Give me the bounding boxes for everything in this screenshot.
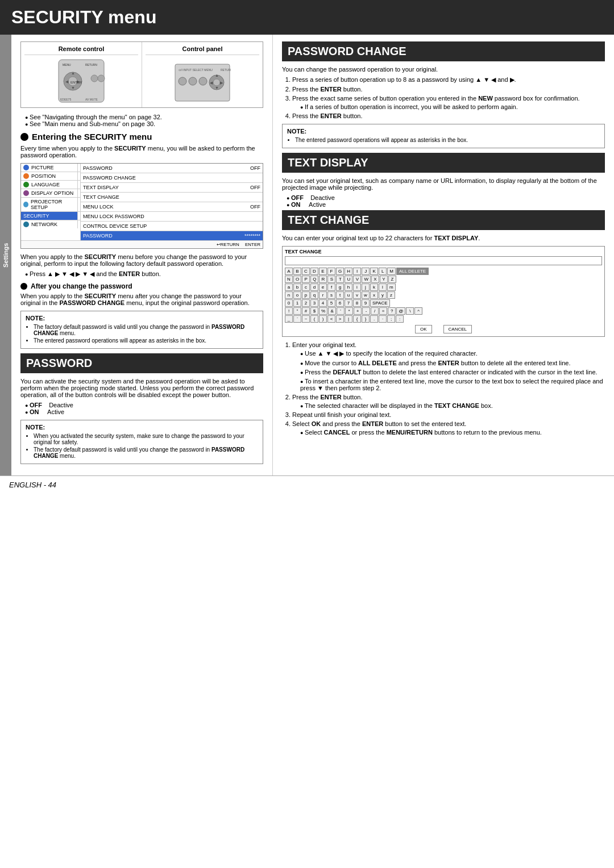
key-0[interactable]: 0 [285,299,293,307]
remote-graphic: MENU RETURN ▲ ▼ ◀ ▶ ENTER EDEE75 [24,59,138,104]
menu-right-password: PASSWORDOFF [81,164,263,173]
key-I[interactable]: I [353,268,361,275]
key-z[interactable]: z [387,291,395,299]
menu-diagram: PICTURE POSITION LANGUAGE DISPLAY OPTION… [20,163,263,249]
password-options: OFF Deactive ON Active [20,402,263,415]
key-b[interactable]: b [293,283,301,291]
key-M[interactable]: M [387,268,396,275]
key-h[interactable]: h [345,283,352,291]
key-3[interactable]: 3 [310,299,318,307]
text-change-header: TEXT CHANGE [282,210,605,230]
key-f[interactable]: f [327,283,335,291]
note-box-1: NOTE: The factory default password is va… [20,311,263,349]
key-X[interactable]: X [371,276,379,283]
key-U[interactable]: U [345,276,352,283]
key-V[interactable]: V [353,276,361,283]
key-H[interactable]: H [345,268,352,275]
key-r[interactable]: r [319,291,327,299]
key-all-delete[interactable]: ALL DELETE [396,268,429,275]
key-p[interactable]: p [302,291,310,299]
key-n[interactable]: n [285,291,293,299]
key-space[interactable]: SPACE [370,299,390,307]
remote-notes: See "Navigating through the menu" on pag… [20,114,263,127]
key-Z[interactable]: Z [388,276,396,283]
menu-row-language: LANGUAGE [21,181,80,189]
key-s[interactable]: s [327,291,335,299]
key-B[interactable]: B [293,268,301,275]
pc-intro: You can change the password operation to… [282,66,605,73]
menu-right-menulock: MENU LOCKOFF [81,202,263,212]
key-C[interactable]: C [302,268,310,275]
svg-text:▲: ▲ [71,71,75,75]
key-R[interactable]: R [319,276,327,283]
key-G[interactable]: G [336,268,344,275]
key-y[interactable]: y [379,291,387,299]
key-c[interactable]: c [302,283,310,291]
menu-row-projector: PROJECTOR SETUP [21,198,80,212]
tc-steps: Enter your original text. Use ▲ ▼ ◀ ▶ to… [282,341,605,436]
td-body: You can set your original text, such as … [282,177,605,191]
key-Y[interactable]: Y [380,276,388,283]
menu-right-pw-highlight: PASSWORD******** [81,231,263,240]
key-g[interactable]: g [336,283,344,291]
svg-point-12 [91,75,98,82]
key-S[interactable]: S [327,276,335,283]
key-O[interactable]: O [293,276,301,283]
key-t[interactable]: t [336,291,344,299]
key-v[interactable]: v [353,291,361,299]
keyboard-row-7: _ ` ~ ( ) < > | { } . · ; : [285,315,602,323]
key-7[interactable]: 7 [345,299,352,307]
key-6[interactable]: 6 [336,299,344,307]
key-4[interactable]: 4 [319,299,327,307]
key-o[interactable]: o [293,291,301,299]
key-d[interactable]: d [310,283,318,291]
svg-text:AV MUTE: AV MUTE [85,98,98,101]
svg-text:EDEE75: EDEE75 [60,98,71,101]
key-1[interactable]: 1 [293,299,301,307]
key-2[interactable]: 2 [302,299,310,307]
key-F[interactable]: F [327,268,335,275]
keyboard-box: TEXT CHANGE A B C D E F G H I J K L M AL… [282,246,605,337]
keyboard-cancel-button[interactable]: CANCEL [443,325,472,333]
keyboard-ok-button[interactable]: OK [415,325,432,333]
key-K[interactable]: K [370,268,378,275]
key-W[interactable]: W [362,276,371,283]
svg-text:▲: ▲ [215,73,219,77]
svg-text:▼: ▼ [215,86,219,90]
menu-right-textchange: TEXT CHANGE [81,193,263,202]
key-x[interactable]: x [370,291,378,299]
keyboard-row-3: a b c d e f g h i j k l m [285,283,602,291]
apply-text: When you apply to the SECURITY menu befo… [20,253,263,267]
key-q[interactable]: q [310,291,318,299]
key-8[interactable]: 8 [353,299,361,307]
key-i[interactable]: i [353,283,361,291]
key-T[interactable]: T [336,276,344,283]
key-j[interactable]: j [362,283,370,291]
svg-point-13 [98,75,105,82]
key-9[interactable]: 9 [362,299,370,307]
menu-right-controldevice: CONTROL DEVICE SETUP [81,222,263,231]
key-A[interactable]: A [285,268,293,275]
key-e[interactable]: e [319,283,327,291]
key-L[interactable]: L [379,268,387,275]
key-m[interactable]: m [387,283,396,291]
key-D[interactable]: D [310,268,318,275]
key-w[interactable]: w [362,291,370,299]
svg-text:RETURN: RETURN [221,68,231,72]
key-N[interactable]: N [285,276,293,283]
key-5[interactable]: 5 [327,299,335,307]
key-Q[interactable]: Q [310,276,318,283]
menu-right-pwchange: PASSWORD CHANGE [81,173,263,183]
press-text: Press ▲ ▶ ▼ ◀ ▶ ▼ ◀ and the ENTER button… [20,270,263,278]
after-password-header: After you change the password [20,282,263,290]
key-l[interactable]: l [379,283,387,291]
key-u[interactable]: u [345,291,352,299]
key-E[interactable]: E [319,268,327,275]
key-k[interactable]: k [370,283,378,291]
svg-point-19 [199,77,207,85]
svg-point-17 [179,77,186,85]
key-J[interactable]: J [362,268,370,275]
key-a[interactable]: a [285,283,293,291]
key-P[interactable]: P [302,276,310,283]
page-title: SECURITY menu [0,0,614,35]
